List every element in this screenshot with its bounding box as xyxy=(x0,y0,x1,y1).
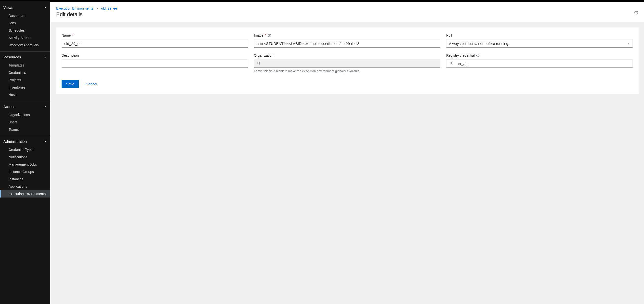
sidebar-item-notifications[interactable]: Notifications xyxy=(0,153,50,161)
required-star: * xyxy=(72,34,73,37)
field-organization: Organization Leave this field blank to m… xyxy=(254,54,440,73)
nav-section-administration[interactable]: Administration xyxy=(0,137,50,146)
sidebar-item-label: Users xyxy=(8,120,18,124)
registry-credential-lookup-search-button[interactable] xyxy=(446,60,456,68)
history-button[interactable] xyxy=(633,10,639,16)
sidebar-nav: Views Dashboard Jobs Schedules Activity … xyxy=(0,1,50,304)
sidebar-item-label: Instances xyxy=(8,177,23,181)
registry-credential-lookup[interactable] xyxy=(446,60,633,68)
sidebar-item-schedules[interactable]: Schedules xyxy=(0,27,50,34)
nav-separator xyxy=(0,136,50,136)
sidebar-item-inventories[interactable]: Inventories xyxy=(0,84,50,91)
form-label-description: Description xyxy=(62,54,248,58)
breadcrumb-root[interactable]: Execution Environments xyxy=(56,6,93,10)
registry-credential-input[interactable] xyxy=(456,60,632,68)
svg-point-1 xyxy=(269,36,270,36)
sidebar-item-applications[interactable]: Applications xyxy=(0,183,50,190)
sidebar-item-activity-stream[interactable]: Activity Stream xyxy=(0,34,50,42)
image-input[interactable] xyxy=(254,39,440,48)
edit-form-card: Name * Image * xyxy=(56,28,638,94)
caret-down-icon xyxy=(628,42,630,45)
form-grid: Name * Image * xyxy=(62,33,633,73)
name-input[interactable] xyxy=(62,39,248,48)
sidebar-item-credentials[interactable]: Credentials xyxy=(0,69,50,76)
chevron-down-icon xyxy=(44,56,47,59)
chevron-down-icon xyxy=(44,6,47,9)
sidebar-item-management-jobs[interactable]: Management Jobs xyxy=(0,161,50,168)
sidebar-item-instance-groups[interactable]: Instance Groups xyxy=(0,168,50,176)
sidebar-item-label: Applications xyxy=(8,184,27,188)
sidebar-item-label: Teams xyxy=(8,128,19,132)
sidebar-item-instances[interactable]: Instances xyxy=(0,176,50,183)
label-text: Image xyxy=(254,33,264,37)
nav-section-label: Views xyxy=(4,6,13,10)
nav-items-access: Organizations Users Teams xyxy=(0,111,50,135)
description-input[interactable] xyxy=(62,60,248,68)
nav-section-label: Resources xyxy=(4,55,21,59)
sidebar-item-organizations[interactable]: Organizations xyxy=(0,111,50,118)
nav-section-views[interactable]: Views xyxy=(0,3,50,12)
field-pull: Pull Always pull container before runnin… xyxy=(446,33,633,48)
help-icon[interactable] xyxy=(476,54,480,57)
field-registry-credential: Registry credential xyxy=(446,54,633,68)
sidebar-item-templates[interactable]: Templates xyxy=(0,62,50,69)
nav-section-access[interactable]: Access xyxy=(0,102,50,111)
sidebar-item-label: Jobs xyxy=(8,21,16,25)
organization-lookup[interactable] xyxy=(254,60,440,68)
organization-lookup-search-button[interactable] xyxy=(254,60,264,68)
select-value: Always pull container before running. xyxy=(449,42,509,46)
label-text: Description xyxy=(62,54,79,58)
sidebar-item-label: Projects xyxy=(8,78,21,82)
nav-section-label: Access xyxy=(4,104,15,109)
sidebar-item-label: Notifications xyxy=(8,155,27,159)
chevron-right-icon xyxy=(96,7,98,10)
sidebar-item-execution-environments[interactable]: Execution Environments xyxy=(0,190,50,198)
form-label-organization: Organization xyxy=(254,54,440,58)
form-actions: Save Cancel xyxy=(62,80,633,88)
main-content: Execution Environments old_29_ee Edit de… xyxy=(50,1,644,304)
page-header: Execution Environments old_29_ee Edit de… xyxy=(50,2,644,22)
form-label-image: Image * xyxy=(254,33,440,37)
label-text: Registry credential xyxy=(446,54,475,58)
label-text: Organization xyxy=(254,54,273,58)
label-text: Pull xyxy=(446,33,452,37)
sidebar-item-label: Credential Types xyxy=(8,148,34,152)
sidebar-item-dashboard[interactable]: Dashboard xyxy=(0,12,50,20)
pull-select[interactable]: Always pull container before running. xyxy=(446,39,633,48)
sidebar-item-label: Execution Environments xyxy=(8,192,46,196)
history-icon xyxy=(634,10,638,16)
svg-point-3 xyxy=(478,56,478,56)
sidebar-item-label: Activity Stream xyxy=(8,36,32,40)
sidebar-item-hosts[interactable]: Hosts xyxy=(0,91,50,98)
sidebar-item-label: Dashboard xyxy=(8,14,26,18)
label-text: Name xyxy=(62,33,71,37)
organization-input[interactable] xyxy=(264,60,440,68)
organization-helper-text: Leave this field blank to make the execu… xyxy=(254,69,440,73)
breadcrumb-leaf[interactable]: old_29_ee xyxy=(101,6,117,10)
sidebar-item-label: Instance Groups xyxy=(8,170,34,174)
sidebar-item-jobs[interactable]: Jobs xyxy=(0,20,50,27)
sidebar-item-workflow-approvals[interactable]: Workflow Approvals xyxy=(0,42,50,49)
sidebar-item-teams[interactable]: Teams xyxy=(0,126,50,133)
nav-section-label: Administration xyxy=(4,139,27,144)
sidebar-item-credential-types[interactable]: Credential Types xyxy=(0,146,50,153)
sidebar-item-users[interactable]: Users xyxy=(0,118,50,126)
save-button[interactable]: Save xyxy=(62,80,79,88)
help-icon[interactable] xyxy=(268,34,271,37)
sidebar-item-label: Hosts xyxy=(8,93,18,97)
form-label-registry-credential: Registry credential xyxy=(446,54,633,58)
nav-separator xyxy=(0,51,50,52)
search-icon xyxy=(450,62,453,66)
sidebar-item-label: Organizations xyxy=(8,113,30,117)
nav-section-resources[interactable]: Resources xyxy=(0,52,50,62)
chevron-down-icon xyxy=(44,105,47,108)
field-description: Description xyxy=(62,54,248,68)
nav-items-administration: Credential Types Notifications Managemen… xyxy=(0,146,50,199)
required-star: * xyxy=(265,34,266,37)
sidebar-item-projects[interactable]: Projects xyxy=(0,76,50,84)
cancel-button[interactable]: Cancel xyxy=(84,82,99,86)
page-title: Edit details xyxy=(56,11,638,18)
sidebar-item-label: Templates xyxy=(8,63,24,67)
field-name: Name * xyxy=(62,33,248,48)
breadcrumb: Execution Environments old_29_ee xyxy=(56,6,638,10)
